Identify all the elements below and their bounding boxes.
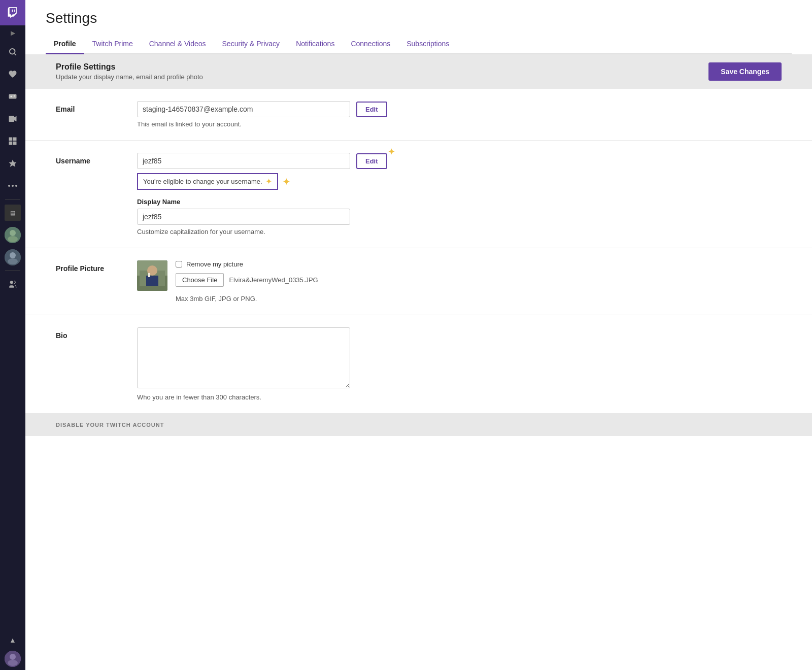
sidebar-channel-2[interactable]: [0, 246, 25, 269]
svg-point-11: [12, 185, 14, 187]
tab-channel-videos[interactable]: Channel & Videos: [141, 35, 214, 54]
eligible-banner: You're eligible to change your username.…: [137, 173, 291, 190]
email-hint: This email is linked to your account.: [137, 120, 782, 128]
svg-rect-2: [9, 94, 17, 99]
sidebar-divider-2: [5, 271, 20, 271]
file-upload-row: Choose File Elvira&JeremyWed_0335.JPG: [176, 273, 318, 287]
email-edit-button[interactable]: Edit: [356, 102, 387, 117]
sidebar-channel-1[interactable]: [0, 224, 25, 246]
sparkle-large: ✦: [282, 176, 291, 188]
email-field-row: Edit: [137, 101, 782, 117]
display-name-hint: Customize capitalization for your userna…: [137, 228, 782, 236]
svg-point-18: [8, 258, 18, 264]
display-name-input[interactable]: [137, 209, 350, 225]
remove-picture-checkbox[interactable]: [176, 261, 182, 267]
display-name-section: Display Name Customize capitalization fo…: [137, 198, 782, 236]
username-edit-button[interactable]: Edit: [356, 153, 387, 169]
twitch-logo[interactable]: [0, 0, 25, 25]
profile-picture-image: [137, 260, 167, 291]
profile-picture-label: Profile Picture: [56, 260, 127, 273]
svg-rect-3: [9, 116, 15, 122]
username-section: Username Edit ✦ You're eligible to cha: [25, 141, 812, 248]
sidebar-games[interactable]: [0, 85, 25, 108]
svg-rect-27: [146, 276, 158, 286]
svg-point-10: [8, 185, 10, 187]
profile-picture-fields: Remove my picture Choose File Elvira&Jer…: [137, 260, 782, 303]
svg-rect-5: [9, 138, 13, 141]
svg-rect-28: [148, 273, 150, 277]
sidebar-browse[interactable]: [0, 130, 25, 152]
svg-point-19: [10, 281, 13, 284]
svg-point-12: [15, 185, 17, 187]
sidebar-prime[interactable]: [0, 152, 25, 175]
profile-picture-svg: [137, 260, 167, 291]
bio-row-inner: Bio Who you are in fewer than 300 charac…: [56, 327, 782, 401]
email-section: Email Edit This email is linked to your …: [25, 89, 812, 141]
username-label: Username: [56, 153, 127, 165]
svg-rect-8: [13, 142, 17, 145]
remove-picture-row: Remove my picture: [176, 260, 318, 268]
svg-point-17: [10, 252, 16, 258]
display-name-label: Display Name: [137, 198, 782, 206]
choose-file-button[interactable]: Choose File: [176, 273, 224, 287]
svg-point-15: [8, 236, 18, 242]
page-title: Settings: [46, 10, 792, 26]
sidebar-friends[interactable]: [0, 273, 25, 295]
eligible-banner-inner: You're eligible to change your username.…: [137, 173, 278, 190]
remove-picture-label: Remove my picture: [186, 260, 243, 268]
section-header-text: Profile Settings Update your display nam…: [56, 62, 203, 81]
sidebar-following[interactable]: [0, 63, 25, 85]
bio-textarea[interactable]: [137, 327, 350, 388]
eligible-text: You're eligible to change your username.: [143, 178, 262, 185]
svg-point-21: [10, 654, 16, 660]
bio-fields: Who you are in fewer than 300 characters…: [137, 327, 782, 401]
svg-point-22: [8, 660, 18, 666]
tab-notifications[interactable]: Notifications: [288, 35, 343, 54]
main-content: Settings Profile Twitch Prime Channel & …: [25, 0, 812, 670]
file-hint: Max 3mb GIF, JPG or PNG.: [176, 295, 318, 303]
profile-pic-controls: Remove my picture Choose File Elvira&Jer…: [176, 260, 318, 303]
save-changes-button[interactable]: Save Changes: [708, 62, 782, 81]
tab-connections[interactable]: Connections: [343, 35, 398, 54]
sidebar-search[interactable]: [0, 41, 25, 63]
sidebar-user-avatar[interactable]: [0, 648, 25, 670]
section-title: Profile Settings: [56, 62, 203, 72]
profile-settings-header: Profile Settings Update your display nam…: [25, 54, 812, 89]
email-row-inner: Email Edit This email is linked to your …: [56, 101, 782, 128]
filename-display: Elvira&JeremyWed_0335.JPG: [229, 276, 318, 284]
sparkle-top-right: ✦: [388, 146, 395, 157]
sidebar-videos[interactable]: [0, 108, 25, 130]
email-fields: Edit This email is linked to your accoun…: [137, 101, 782, 128]
tab-profile[interactable]: Profile: [46, 35, 84, 54]
tab-subscriptions[interactable]: Subscriptions: [398, 35, 457, 54]
disable-account-section: DISABLE YOUR TWITCH ACCOUNT: [25, 414, 812, 436]
bio-label: Bio: [56, 327, 127, 340]
tab-twitch-prime[interactable]: Twitch Prime: [84, 35, 141, 54]
sidebar-scroll-up[interactable]: ▲: [0, 632, 25, 648]
sidebar-more[interactable]: [0, 175, 25, 197]
sidebar-notifications[interactable]: ▤: [0, 202, 25, 224]
svg-rect-6: [13, 138, 17, 141]
section-subtitle: Update your display name, email and prof…: [56, 73, 203, 81]
sidebar-collapse-chevron[interactable]: ▶: [0, 25, 25, 41]
svg-marker-4: [14, 116, 17, 122]
svg-point-0: [10, 49, 15, 54]
bio-section: Bio Who you are in fewer than 300 charac…: [25, 315, 812, 414]
sparkle-banner: ✦: [265, 177, 272, 186]
svg-marker-9: [9, 160, 17, 167]
page-header: Settings Profile Twitch Prime Channel & …: [25, 0, 812, 54]
profile-picture-row-inner: Profile Picture: [56, 260, 782, 303]
email-label: Email: [56, 101, 127, 113]
tab-security-privacy[interactable]: Security & Privacy: [214, 35, 288, 54]
email-input[interactable]: [137, 101, 350, 117]
username-edit-wrapper: Edit ✦: [356, 153, 387, 169]
disable-account-title: DISABLE YOUR TWITCH ACCOUNT: [56, 422, 782, 428]
sidebar-divider: [5, 199, 20, 199]
settings-content: Profile Settings Update your display nam…: [25, 54, 812, 436]
twitch-logo-svg: [7, 7, 18, 18]
svg-line-1: [14, 53, 16, 55]
profile-picture-section: Profile Picture: [25, 248, 812, 315]
profile-pic-area: Remove my picture Choose File Elvira&Jer…: [137, 260, 782, 303]
nav-tabs: Profile Twitch Prime Channel & Videos Se…: [46, 35, 792, 54]
username-input[interactable]: [137, 153, 350, 169]
